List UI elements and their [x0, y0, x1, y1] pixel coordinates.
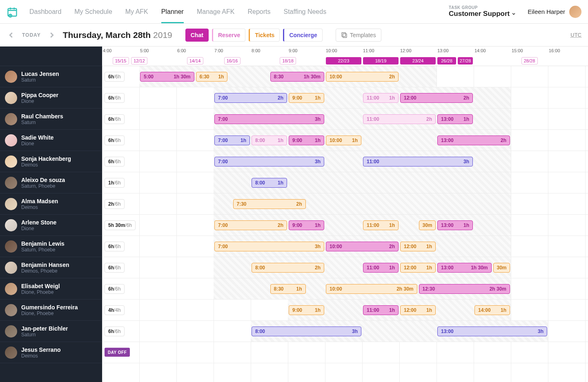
nav-planner[interactable]: Planner — [161, 0, 184, 23]
shift-start: 13:00 — [441, 265, 454, 271]
shift-block[interactable]: 8:001h — [252, 135, 287, 145]
shift-block[interactable]: 10:001h — [326, 135, 361, 145]
person-item[interactable]: Lucas JensenSaturn — [0, 66, 102, 87]
hours-badge: 6h/6h — [105, 72, 125, 82]
shift-block[interactable]: 11:001h — [363, 263, 399, 273]
shift-block[interactable]: 11:001h — [363, 305, 399, 315]
shift-block[interactable]: 11:002h — [363, 114, 436, 124]
shift-start: 10:00 — [330, 74, 342, 80]
shift-block[interactable]: 10:002h — [326, 242, 399, 251]
shift-block[interactable]: 7:003h — [214, 157, 324, 167]
person-item[interactable]: Pippa CooperDione — [0, 87, 102, 109]
task-group-dropdown[interactable]: TASK GROUP Customer Support — [449, 5, 516, 18]
shift-block[interactable]: 10:002h 30m — [326, 284, 417, 294]
shift-block[interactable]: 12:002h — [400, 93, 473, 103]
shift-block[interactable]: 13:001h 30m — [437, 263, 492, 273]
filter-tickets[interactable]: Tickets — [249, 29, 280, 42]
person-team: Saturn — [21, 77, 59, 83]
person-item[interactable]: Gumersindo FerreiraDione, Phoebe — [0, 300, 102, 321]
shift-block[interactable]: 12:302h 30m — [419, 284, 510, 294]
shift-block[interactable]: 8:003h — [252, 326, 361, 336]
shift-block[interactable]: 13:001h — [437, 220, 473, 230]
nav-dashboard[interactable]: Dashboard — [29, 0, 61, 23]
shift-duration: 1h — [218, 74, 224, 80]
current-date: Thursday, March 28th 2019 — [63, 30, 172, 40]
next-day-button[interactable] — [47, 31, 56, 40]
person-avatar — [5, 325, 17, 338]
shift-block[interactable]: 7:002h — [214, 93, 287, 103]
person-item[interactable]: Sadie WhiteDione — [0, 130, 102, 151]
shift-duration: 1h — [315, 95, 321, 101]
shift-block[interactable]: 9:001h — [289, 93, 324, 103]
shift-duration: 1h — [389, 307, 395, 313]
shift-block[interactable]: 7:001h — [214, 135, 250, 145]
shift-block[interactable]: 12:001h — [400, 263, 436, 273]
filter-reserve[interactable]: Reserve — [212, 29, 246, 42]
shift-block[interactable]: 6:301h — [196, 72, 228, 82]
user-avatar — [569, 6, 581, 18]
today-button[interactable]: TODAY — [22, 32, 41, 38]
prev-day-button[interactable] — [7, 31, 16, 40]
hour-label: 6:00 — [177, 48, 186, 53]
person-item[interactable]: Alma MadsenDeimos — [0, 193, 102, 215]
person-item[interactable]: Jan-peter BichlerSaturn — [0, 321, 102, 342]
shift-block[interactable]: 11:003h — [363, 157, 473, 167]
schedule-row: 6h/6h5:001h 30m6:301h8:301h 30m10:002h — [102, 66, 588, 87]
shift-start: 12:30 — [423, 286, 435, 292]
templates-button[interactable]: Templates — [336, 29, 381, 42]
shift-block[interactable]: 9:001h — [289, 305, 324, 315]
hours-badge: 6h/6h — [105, 242, 125, 251]
filter-concierge[interactable]: Concierge — [283, 29, 322, 42]
person-item[interactable]: Benjamin LewisSaturn, Phoebe — [0, 236, 102, 257]
shift-block[interactable]: 8:001h — [252, 178, 287, 188]
person-item[interactable]: Raul ChambersSaturn — [0, 109, 102, 130]
shift-block[interactable]: 9:001h — [289, 135, 324, 145]
user-menu[interactable]: Eileen Harper — [528, 6, 581, 18]
shift-block[interactable]: 10:002h — [326, 72, 399, 82]
shift-block[interactable]: 7:003h — [214, 114, 324, 124]
shift-block[interactable]: 30m — [493, 263, 510, 273]
svg-rect-2 — [342, 33, 345, 36]
shift-block[interactable]: 11:001h — [363, 93, 399, 103]
shift-block[interactable]: 14:001h — [474, 305, 510, 315]
nav-staffing-needs[interactable]: Staffing Needs — [283, 0, 326, 23]
person-name: Sonja Hackenberg — [21, 155, 71, 162]
person-item[interactable]: Benjamin HansenDeimos, Phoebe — [0, 257, 102, 278]
shift-block[interactable]: 7:003h — [214, 242, 324, 251]
nav-my-afk[interactable]: My AFK — [125, 0, 148, 23]
filter-chat[interactable]: Chat — [185, 29, 209, 42]
nav-reports[interactable]: Reports — [247, 0, 270, 23]
person-item[interactable]: Sonja HackenbergDeimos — [0, 151, 102, 172]
shift-block[interactable]: 8:301h — [270, 284, 306, 294]
shift-block[interactable]: 12:001h — [400, 305, 436, 315]
timezone-button[interactable]: UTC — [570, 32, 581, 38]
shift-block[interactable]: 12:001h — [400, 242, 436, 251]
shift-start: 11:00 — [367, 265, 379, 271]
shift-start: 11:00 — [367, 222, 379, 228]
person-item[interactable]: Jesus SerranoDeimos — [0, 342, 102, 363]
shift-duration: 2h 30m — [396, 286, 413, 292]
shift-block[interactable]: 9:001h — [289, 220, 324, 230]
person-team: Deimos — [21, 204, 58, 210]
person-item[interactable]: Aleixo De souzaSaturn, Phoebe — [0, 172, 102, 193]
shift-block[interactable]: 8:301h 30m — [270, 72, 325, 82]
capacity-badge: 28/28 — [521, 57, 538, 64]
shift-block[interactable]: 7:302h — [233, 199, 306, 209]
hour-label: 4:00 — [103, 48, 111, 53]
shift-block[interactable]: 13:002h — [437, 135, 510, 145]
shift-block[interactable]: 11:001h — [363, 220, 399, 230]
shift-block[interactable]: 13:001h — [437, 114, 473, 124]
shift-block[interactable]: 8:002h — [252, 263, 324, 273]
shift-block[interactable]: 30m — [419, 220, 436, 230]
person-item[interactable]: Arlene StoneDione — [0, 215, 102, 236]
shift-block[interactable]: 5:001h 30m — [140, 72, 194, 82]
shift-block[interactable]: 13:003h — [437, 326, 547, 336]
shift-start: 11:00 — [367, 307, 379, 313]
person-item[interactable]: Elisabet WeiglDione, Phoebe — [0, 278, 102, 300]
nav-manage-afk[interactable]: Manage AFK — [197, 0, 235, 23]
nav-my-schedule[interactable]: My Schedule — [74, 0, 112, 23]
shift-duration: 3h — [315, 116, 321, 122]
shift-block[interactable]: 7:002h — [214, 220, 287, 230]
shift-duration: 3h — [352, 329, 358, 334]
hour-label: 10:00 — [326, 48, 337, 53]
